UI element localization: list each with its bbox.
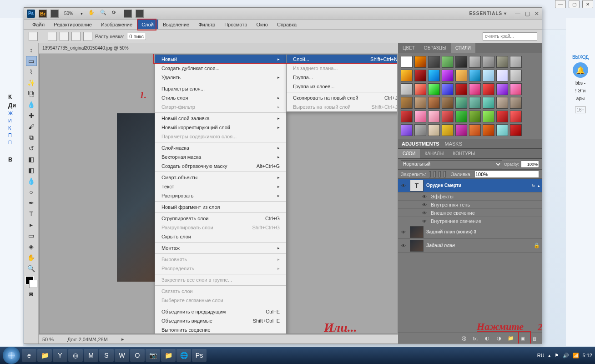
ps-max[interactable]: ▢ — [525, 10, 530, 17]
heal-tool-icon[interactable]: ✚ — [26, 111, 37, 121]
arrange-docs-icon[interactable] — [124, 10, 132, 18]
taskbar-app-icon[interactable]: 📁 — [161, 349, 176, 362]
style-swatch[interactable] — [455, 83, 467, 95]
menu-layer[interactable]: Слой — [137, 20, 158, 29]
hand-tool2-icon[interactable]: ✋ — [26, 253, 37, 263]
menu-vector-mask[interactable]: Векторная маска — [155, 152, 286, 162]
submenu-group[interactable]: Группа... — [287, 73, 398, 82]
pen-tool-icon[interactable]: ✒ — [26, 198, 37, 208]
style-swatch[interactable] — [428, 111, 440, 122]
opacity-field[interactable] — [521, 161, 539, 168]
taskbar-app-icon[interactable]: S — [99, 349, 114, 362]
style-swatch[interactable] — [442, 83, 454, 95]
tray-flag-icon[interactable]: ⚑ — [555, 353, 559, 359]
style-swatch[interactable] — [496, 56, 508, 68]
wand-tool-icon[interactable]: ✨ — [26, 78, 37, 88]
trash-icon[interactable]: 🗑 — [531, 335, 538, 342]
tab-layers[interactable]: СЛОИ — [398, 149, 420, 158]
taskbar-app-icon[interactable]: Y — [53, 349, 67, 362]
exit-link[interactable]: ВЫХОД — [572, 55, 589, 60]
link-icon[interactable]: ⛓ — [460, 335, 467, 342]
intersect-selection-icon[interactable] — [83, 32, 92, 41]
tab-adjustments[interactable]: ADJUSTMENTS — [402, 141, 439, 147]
lock-all-icon[interactable] — [444, 171, 446, 177]
subtract-selection-icon[interactable] — [71, 32, 81, 41]
tab-paths[interactable]: КОНТУРЫ — [448, 149, 479, 158]
style-swatch[interactable] — [401, 83, 413, 95]
style-swatch[interactable] — [510, 97, 522, 109]
menu-new-slice[interactable]: Новый фрагмент из слоя — [155, 202, 286, 212]
fx-inner-shadow[interactable]: Внутренняя тень — [398, 201, 542, 209]
style-swatch[interactable] — [455, 97, 467, 109]
taskbar-app-icon[interactable]: O — [130, 349, 145, 362]
style-swatch[interactable] — [428, 124, 440, 136]
style-swatch[interactable] — [428, 83, 440, 95]
taskbar-app-icon[interactable]: ◎ — [68, 349, 83, 362]
style-swatch[interactable] — [496, 83, 508, 95]
zoom-tool-icon[interactable]: 🔍 — [100, 10, 108, 18]
style-swatch[interactable] — [414, 124, 426, 136]
layer-row-bg[interactable]: Задний план 🔒 — [398, 239, 542, 253]
quickmask-icon[interactable]: ◙ — [26, 289, 37, 299]
path-select-icon[interactable]: ▸ — [26, 220, 37, 230]
menu-text[interactable]: Текст — [155, 182, 286, 191]
style-swatch[interactable] — [401, 56, 413, 68]
adj-layer-icon[interactable]: ◑ — [495, 335, 503, 342]
zoom-dropdown[interactable]: 50% — [62, 11, 75, 16]
style-swatch[interactable] — [510, 124, 522, 136]
style-swatch[interactable] — [496, 70, 508, 81]
lock-pos-icon[interactable] — [439, 171, 441, 177]
style-swatch[interactable] — [455, 124, 467, 136]
style-swatch[interactable] — [483, 124, 494, 136]
submenu-layer[interactable]: Слой...Shift+Ctrl+N — [287, 55, 398, 64]
move-tool-icon[interactable]: ↕ — [26, 45, 37, 55]
style-swatch[interactable] — [414, 97, 426, 109]
style-swatch[interactable] — [442, 111, 454, 122]
start-button[interactable] — [3, 347, 20, 364]
menu-smart-obj[interactable]: Смарт-объекты — [155, 173, 286, 182]
add-selection-icon[interactable] — [60, 32, 69, 41]
br-icon[interactable]: Br — [39, 10, 47, 18]
style-swatch[interactable] — [510, 111, 522, 122]
menu-arrange[interactable]: Монтаж — [155, 243, 286, 253]
hand-tool-icon[interactable]: ✋ — [88, 10, 96, 18]
taskbar-app-icon[interactable]: M — [84, 349, 98, 362]
style-swatch[interactable] — [414, 70, 426, 81]
status-zoom[interactable]: 50 % — [42, 337, 54, 342]
history-brush-icon[interactable]: ↺ — [26, 143, 37, 153]
layer-row-bg-copy[interactable]: Задний план (копия) 3 — [398, 225, 542, 239]
menu-hide[interactable]: Скрыть слои — [155, 232, 286, 241]
tray-up-icon[interactable]: ▴ — [548, 353, 551, 359]
menu-help[interactable]: Справка — [272, 20, 301, 29]
style-swatch[interactable] — [442, 70, 454, 81]
style-swatch[interactable] — [455, 56, 467, 68]
style-swatch[interactable] — [414, 83, 426, 95]
menu-view[interactable]: Просмотр — [220, 20, 252, 29]
screen-mode-icon[interactable] — [50, 10, 59, 18]
eye-icon[interactable] — [400, 229, 407, 235]
browser-min[interactable]: — — [555, 0, 566, 8]
menu-window[interactable]: Окно — [252, 20, 272, 29]
menu-clipping-mask[interactable]: Создать обтравочную маскуAlt+Ctrl+G — [155, 162, 286, 171]
tray-vol-icon[interactable]: 🔊 — [563, 353, 569, 359]
fill-field[interactable] — [474, 171, 539, 178]
crop-tool-icon[interactable]: ⿻ — [26, 89, 37, 99]
menu-rasterize[interactable]: Растрировать — [155, 191, 286, 200]
style-swatch[interactable] — [455, 70, 467, 81]
style-swatch[interactable] — [483, 83, 494, 95]
style-swatch[interactable] — [483, 111, 494, 122]
style-swatch[interactable] — [442, 124, 454, 136]
taskbar-app-icon[interactable]: W — [115, 349, 129, 362]
color-wells[interactable] — [25, 276, 37, 288]
rotate-view-icon[interactable]: ⟳ — [112, 10, 120, 18]
style-swatch[interactable] — [469, 97, 481, 109]
shape-tool-icon[interactable]: ▭ — [26, 231, 37, 241]
document-tab[interactable]: 1399477735_original20150440.jpg @ 50% — [39, 43, 398, 53]
tool-preset-icon[interactable] — [29, 32, 38, 41]
style-swatch[interactable] — [442, 56, 454, 68]
group-icon[interactable]: 📁 — [507, 335, 514, 342]
fx-inner-glow[interactable]: Внутреннее свечение — [398, 217, 542, 225]
styles-grid[interactable] — [398, 53, 542, 139]
lasso-tool-icon[interactable]: ⌇ — [26, 67, 37, 77]
tab-color[interactable]: ЦВЕТ — [398, 43, 419, 53]
